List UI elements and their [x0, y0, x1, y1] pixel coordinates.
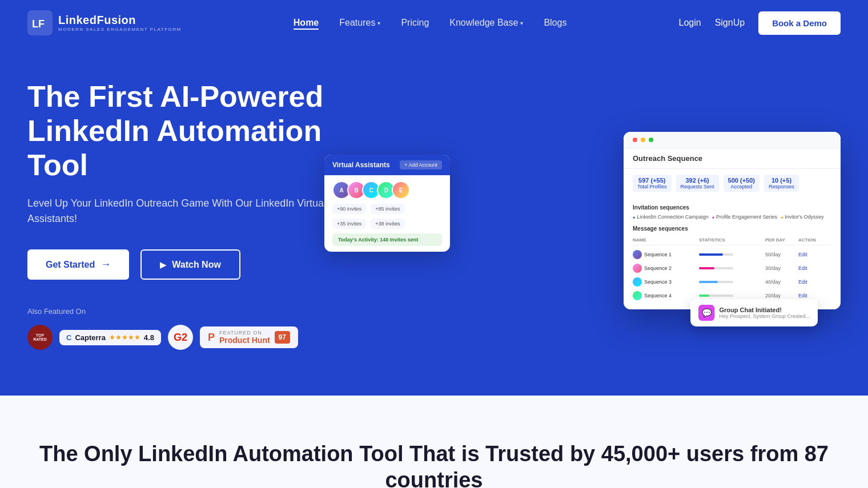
invitation-seq-label: Invitation sequences — [633, 204, 831, 211]
features-chevron-icon: ▾ — [377, 20, 380, 26]
screenshot-title: Outreach Sequence — [624, 148, 841, 169]
featured-on-label: Also Featured On — [27, 307, 370, 316]
login-link[interactable]: Login — [678, 18, 701, 28]
avatar-5: E — [392, 181, 410, 199]
message-seq-label: Message sequences — [633, 225, 831, 232]
va-metric-3: +35 invites — [332, 219, 366, 229]
producthunt-badge[interactable]: P FEATURED ON Product Hunt 97 — [200, 326, 298, 348]
table-row: Sequence 2 30/day Edit — [633, 261, 831, 275]
nav-actions: Login SignUp Book a Demo — [678, 11, 841, 35]
knowledge-base-link[interactable]: Knowledge Base — [449, 18, 518, 28]
table-row: Sequence 1 50/day Edit — [633, 248, 831, 261]
hero-section: The First AI-Powered LinkedIn Automation… — [0, 46, 868, 396]
brand-name: LinkedFusion — [58, 14, 182, 27]
screenshot-stats: 597 (+55) Total Profiles 392 (+6) Reques… — [624, 169, 841, 197]
virtual-assistants-card: Virtual Assistants + Add Account A B C D… — [324, 155, 450, 252]
navbar: LF LinkedFusion MODERN SALES ENGAGEMENT … — [0, 0, 868, 46]
stat-chip-3: 500 (+50) Accepted — [724, 175, 760, 192]
hero-buttons: Get Started → ▶ Watch Now — [27, 249, 370, 280]
book-demo-button[interactable]: Book a Demo — [758, 11, 841, 35]
va-metric-1: +90 invites — [332, 204, 366, 214]
signup-link[interactable]: SignUp — [715, 18, 745, 28]
brand-tagline: MODERN SALES ENGAGEMENT PLATFORM — [58, 27, 182, 32]
hero-title: The First AI-Powered LinkedIn Automation… — [27, 80, 370, 182]
invitation-tags: LinkedIn Connection Campaign Profile Eng… — [633, 214, 831, 220]
hero-visual: Virtual Assistants + Add Account A B C D… — [370, 120, 841, 309]
nav-home[interactable]: Home — [294, 18, 319, 28]
features-link[interactable]: Features — [339, 18, 375, 28]
nav-links: Home Features ▾ Pricing Knowledge Base ▾… — [294, 18, 567, 28]
nav-knowledge-base[interactable]: Knowledge Base ▾ — [449, 18, 523, 28]
badges-row: TOPRATED C Capterra ★★★★★ 4.8 G2 P FEATU… — [27, 325, 370, 350]
hero-subtitle: Level Up Your LinkedIn Outreach Game Wit… — [27, 196, 370, 227]
row-avatar-4 — [633, 291, 642, 300]
arrow-right-icon: → — [101, 259, 111, 271]
va-metrics: +90 invites +85 invites +35 invites +38 … — [332, 204, 442, 229]
table-header: NAME STATISTICS PER DAY ACTION — [633, 235, 831, 245]
pricing-link[interactable]: Pricing — [401, 18, 429, 27]
stats-section: The Only LinkedIn Automation Tool That i… — [0, 396, 868, 488]
seq-tag-3: Invitor's Odyssey — [781, 214, 823, 220]
chat-title: Group Chat Initiated! — [719, 306, 810, 313]
table-row: Sequence 3 40/day Edit — [633, 275, 831, 289]
seq-tag-2: Profile Engagement Series — [712, 214, 777, 220]
blogs-link[interactable]: Blogs — [544, 18, 566, 27]
stat-chip-1: 597 (+55) Total Profiles — [633, 175, 672, 192]
hero-content: The First AI-Powered LinkedIn Automation… — [27, 80, 370, 350]
stat-chip-2: 392 (+6) Requests Sent — [676, 175, 719, 192]
software-advice-badge[interactable]: TOPRATED — [27, 325, 53, 350]
row-avatar-3 — [633, 277, 642, 287]
watch-now-button[interactable]: ▶ Watch Now — [140, 249, 240, 280]
row-avatar-1 — [633, 250, 642, 259]
va-activity-text: Today's Activity: 140 Invites sent — [332, 233, 442, 246]
add-account-button[interactable]: + Add Account — [400, 160, 442, 170]
row-avatar-2 — [633, 264, 642, 273]
dot-red — [633, 138, 637, 142]
outreach-screenshot: Outreach Sequence 597 (+55) Total Profil… — [624, 132, 841, 309]
chat-subtitle: Hey Prospect, System Group Created... — [719, 313, 810, 319]
va-metric-4: +38 invites — [371, 219, 404, 229]
logo[interactable]: LF LinkedFusion MODERN SALES ENGAGEMENT … — [27, 10, 182, 35]
va-card-title: Virtual Assistants — [332, 161, 390, 169]
nav-pricing[interactable]: Pricing — [401, 18, 429, 28]
g2-badge[interactable]: G2 — [168, 325, 193, 350]
play-icon: ▶ — [160, 260, 166, 269]
chat-icon: 💬 — [698, 305, 714, 321]
logo-icon: LF — [27, 10, 53, 35]
va-metric-2: +85 invites — [371, 204, 404, 214]
nav-blogs[interactable]: Blogs — [544, 18, 566, 28]
seq-tag-1: LinkedIn Connection Campaign — [633, 214, 709, 220]
svg-text:LF: LF — [32, 18, 45, 30]
nav-features[interactable]: Features ▾ — [339, 18, 380, 28]
get-started-button[interactable]: Get Started → — [27, 249, 129, 280]
stat-chip-4: 10 (+5) Responses — [764, 175, 799, 192]
stats-heading: The Only LinkedIn Automation Tool That i… — [27, 441, 841, 488]
va-avatars: A B C D E — [332, 181, 442, 199]
capterra-badge[interactable]: C Capterra ★★★★★ 4.8 — [59, 330, 161, 345]
knowledge-base-chevron-icon: ▾ — [520, 20, 523, 26]
group-chat-bubble: 💬 Group Chat Initiated! Hey Prospect, Sy… — [690, 299, 818, 326]
home-link[interactable]: Home — [294, 18, 319, 30]
dot-green — [649, 138, 653, 142]
producthunt-icon: P — [208, 332, 215, 344]
dot-yellow — [641, 138, 645, 142]
